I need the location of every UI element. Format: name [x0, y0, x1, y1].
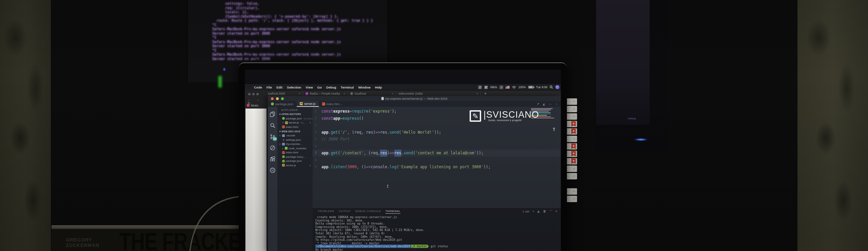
- code-line-8[interactable]: 8: [313, 157, 561, 164]
- close-tab-icon[interactable]: ×: [392, 92, 393, 95]
- tab-title: safarovsafar (Safar: [398, 92, 423, 95]
- split-editor-icon[interactable]: ◭: [543, 102, 545, 106]
- battery-icon[interactable]: [528, 86, 534, 89]
- split-terminal-icon[interactable]: ◭: [537, 210, 540, 213]
- code-token: (: [338, 150, 340, 157]
- code-editor[interactable]: 1const express = require('express');2con…: [313, 107, 561, 208]
- editor-tab-package-json[interactable]: package.json: [268, 101, 297, 107]
- editor-tab-index-htm-[interactable]: <>index.htm…: [319, 101, 346, 107]
- tree-item-my-express-[interactable]: ▾my-express…: [277, 142, 313, 147]
- code-line-3[interactable]: 3: [313, 122, 561, 129]
- menubar-clock[interactable]: Tue 9:09: [536, 85, 547, 89]
- menubar-item-view[interactable]: View: [305, 85, 313, 89]
- menubar-item-code[interactable]: Code: [254, 85, 262, 89]
- tree-item-node-modules[interactable]: ▸node_modules: [277, 146, 313, 151]
- safari-tab[interactable]: localhost×: [348, 91, 396, 96]
- more-actions-icon[interactable]: ⋯: [549, 102, 552, 106]
- menubar-app-icon-1[interactable]: ☰: [478, 85, 482, 89]
- item-label: package-lock.j…: [286, 155, 306, 158]
- tree-item-package-lock-j-[interactable]: package-lock.j…: [277, 155, 313, 159]
- window-traffic-lights[interactable]: [271, 97, 284, 100]
- window-title: my-express-server/server.js — Web-dev-20…: [381, 97, 447, 100]
- kill-terminal-icon[interactable]: 🗑: [543, 210, 547, 213]
- safari-bookmark-music[interactable]: Music: [247, 104, 258, 107]
- search-icon[interactable]: [270, 123, 275, 128]
- panel-tab-output[interactable]: OUTPUT: [339, 210, 351, 214]
- kebab-menu-icon[interactable]: ⋮: [555, 102, 558, 106]
- terminal-output[interactable]: create mode 100644 my-express-server/ser…: [315, 216, 559, 251]
- tree-item-settings-json[interactable]: {}settings.json: [277, 138, 313, 142]
- close-tab-icon[interactable]: ×: [476, 92, 478, 95]
- new-tab-button[interactable]: +: [481, 91, 490, 96]
- spotlight-search-icon[interactable]: [550, 85, 553, 89]
- code-line-7[interactable]: 7app.get('/contact', (req, res) => res.s…: [313, 150, 561, 157]
- macbook-laptop: CodeFileEditSelectionViewGoDebugTerminal…: [239, 62, 567, 251]
- html-icon: <>: [282, 151, 285, 154]
- explorer-icon[interactable]: [270, 112, 275, 117]
- item-label: server.js: [286, 164, 296, 167]
- minimize-window-button[interactable]: [276, 97, 279, 100]
- code-line-6[interactable]: 6: [313, 143, 561, 150]
- close-tab-icon[interactable]: ×: [299, 92, 300, 95]
- tree-item-package-json[interactable]: package.json: [277, 159, 313, 163]
- close-tab-icon[interactable]: ×: [343, 92, 345, 95]
- code-token: 3000: [347, 163, 357, 171]
- code-token: (: [369, 108, 371, 115]
- tree-item-server-js[interactable]: JSserver.js1: [277, 163, 313, 168]
- menubar-item-go[interactable]: Go: [317, 85, 322, 89]
- wifi-icon[interactable]: [512, 86, 516, 89]
- workspace-header[interactable]: ▾ WEB-DEV-2019: [279, 130, 313, 133]
- shell-selector[interactable]: 1: zsh: [522, 210, 529, 213]
- star-outline: ★: [573, 197, 575, 200]
- safari-tab[interactable]: safarovsafar (Safar×: [396, 91, 481, 96]
- vscode-titlebar[interactable]: my-express-server/server.js — Web-dev-20…: [268, 96, 561, 101]
- item-badge: 1: [310, 121, 311, 124]
- net-speed[interactable]: 0kb/s: [490, 85, 497, 89]
- code-token: console.: [371, 163, 389, 171]
- safari-tab[interactable]: Badoo – People nearby×: [303, 91, 348, 96]
- code-token: express: [333, 108, 350, 115]
- code-line-9[interactable]: 9app.listen(3000, () => console.log('Exa…: [313, 163, 561, 171]
- safari-traffic-lights[interactable]: [248, 93, 259, 95]
- new-terminal-icon[interactable]: +: [532, 210, 534, 213]
- terminal-prompt-line: ~/Documents/video-courses/Courses/Exerci…: [315, 245, 559, 248]
- panel-tab-debug-console[interactable]: DEBUG CONSOLE: [355, 210, 381, 214]
- siri-icon[interactable]: [555, 85, 559, 89]
- expand-arrow[interactable]: ▾: [279, 143, 281, 145]
- maximize-panel-icon[interactable]: ⌃: [550, 210, 552, 213]
- menubar-item-file[interactable]: File: [267, 85, 272, 89]
- extensions-icon[interactable]: [270, 156, 275, 162]
- open-editor-package-json[interactable]: package.jsonmy-express…: [277, 116, 313, 121]
- menubar-item-help[interactable]: Help: [375, 85, 382, 89]
- github-icon[interactable]: [270, 168, 275, 173]
- keyboard-layout-icon[interactable]: ⌗: [499, 85, 503, 89]
- menubar-item-selection[interactable]: Selection: [287, 85, 301, 89]
- panel-tab-terminal[interactable]: TERMINAL: [386, 210, 400, 214]
- panel-tab-problems[interactable]: PROBLEMS: [318, 210, 334, 214]
- code-line-4[interactable]: 4app.get('/', (req, res) => res.send('He…: [313, 129, 561, 136]
- menubar-item-edit[interactable]: Edit: [276, 85, 282, 89]
- close-window-button[interactable]: [271, 97, 274, 100]
- editor-tab-server-js[interactable]: JSserver.js: [297, 101, 319, 107]
- open-editor-index-html[interactable]: <>index.html: [277, 125, 313, 129]
- open-editors-header[interactable]: ▾ OPEN EDITORS: [279, 113, 313, 116]
- menubar-item-debug[interactable]: Debug: [326, 85, 336, 89]
- close-editor-icon[interactable]: ×: [282, 121, 284, 124]
- zoom-window-button[interactable]: [281, 97, 284, 100]
- html-icon: <>: [282, 125, 285, 128]
- debug-icon[interactable]: [270, 145, 275, 151]
- us-flag-icon[interactable]: [506, 86, 510, 89]
- tree-item--vscode[interactable]: ▾.vscode: [277, 134, 313, 138]
- menubar-item-terminal[interactable]: Terminal: [341, 85, 354, 89]
- tree-item-index-html[interactable]: <>index.html: [277, 151, 313, 155]
- stray-cursor-artifact: T: [553, 127, 555, 132]
- close-panel-icon[interactable]: ×: [555, 210, 557, 213]
- expand-arrow[interactable]: ▸: [282, 147, 284, 150]
- open-changes-icon[interactable]: ↱: [537, 102, 540, 106]
- code-line-5[interactable]: 5// 3000 Port: [313, 136, 561, 143]
- menubar-item-window[interactable]: Window: [358, 85, 370, 89]
- expand-arrow[interactable]: ▾: [279, 134, 281, 137]
- menubar-app-icon-2[interactable]: ◩: [484, 85, 488, 89]
- source-control-icon[interactable]: [270, 134, 275, 139]
- open-editor-server-js[interactable]: ×JSserver.jsmy…1: [277, 121, 313, 125]
